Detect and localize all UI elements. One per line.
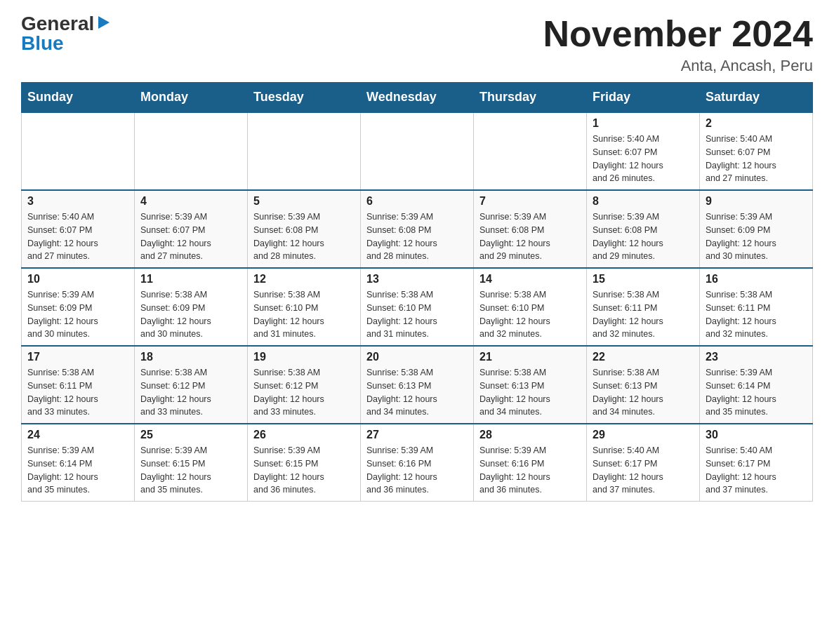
day-info: Sunrise: 5:38 AM Sunset: 6:13 PM Dayligh… [366, 366, 468, 419]
calendar-cell: 1Sunrise: 5:40 AM Sunset: 6:07 PM Daylig… [587, 112, 700, 190]
day-number: 13 [366, 273, 468, 286]
day-info: Sunrise: 5:39 AM Sunset: 6:08 PM Dayligh… [253, 210, 355, 263]
day-info: Sunrise: 5:39 AM Sunset: 6:08 PM Dayligh… [366, 210, 468, 263]
day-info: Sunrise: 5:39 AM Sunset: 6:15 PM Dayligh… [140, 444, 241, 497]
calendar-cell: 22Sunrise: 5:38 AM Sunset: 6:13 PM Dayli… [587, 346, 700, 424]
calendar-cell [361, 112, 474, 190]
day-number: 6 [366, 195, 468, 208]
calendar-cell: 2Sunrise: 5:40 AM Sunset: 6:07 PM Daylig… [700, 112, 813, 190]
day-number: 20 [366, 351, 468, 363]
day-info: Sunrise: 5:39 AM Sunset: 6:15 PM Dayligh… [253, 444, 355, 497]
week-row-3: 10Sunrise: 5:39 AM Sunset: 6:09 PM Dayli… [22, 268, 813, 346]
header: General Blue November 2024 Anta, Ancash,… [21, 14, 813, 75]
logo-general-text: General [21, 14, 94, 34]
day-number: 1 [593, 117, 694, 130]
calendar-cell: 10Sunrise: 5:39 AM Sunset: 6:09 PM Dayli… [22, 268, 135, 346]
day-header-saturday: Saturday [700, 83, 813, 113]
day-number: 25 [140, 429, 241, 441]
logo-blue-text: Blue [21, 32, 64, 54]
day-info: Sunrise: 5:39 AM Sunset: 6:14 PM Dayligh… [706, 366, 807, 419]
day-info: Sunrise: 5:39 AM Sunset: 6:16 PM Dayligh… [366, 444, 468, 497]
calendar-cell: 29Sunrise: 5:40 AM Sunset: 6:17 PM Dayli… [587, 424, 700, 502]
day-number: 8 [593, 195, 694, 208]
calendar-cell: 5Sunrise: 5:39 AM Sunset: 6:08 PM Daylig… [248, 190, 361, 268]
logo-triangle-icon [95, 15, 111, 30]
calendar-cell [474, 112, 587, 190]
calendar-title: November 2024 [543, 14, 813, 54]
day-number: 24 [27, 429, 128, 441]
calendar-cell: 3Sunrise: 5:40 AM Sunset: 6:07 PM Daylig… [22, 190, 135, 268]
calendar-cell: 28Sunrise: 5:39 AM Sunset: 6:16 PM Dayli… [474, 424, 587, 502]
day-info: Sunrise: 5:38 AM Sunset: 6:11 PM Dayligh… [27, 366, 128, 419]
calendar-cell: 15Sunrise: 5:38 AM Sunset: 6:11 PM Dayli… [587, 268, 700, 346]
day-info: Sunrise: 5:38 AM Sunset: 6:11 PM Dayligh… [706, 288, 807, 341]
day-info: Sunrise: 5:38 AM Sunset: 6:10 PM Dayligh… [253, 288, 355, 341]
logo: General Blue [21, 14, 111, 53]
day-info: Sunrise: 5:40 AM Sunset: 6:07 PM Dayligh… [27, 210, 128, 263]
calendar-cell: 24Sunrise: 5:39 AM Sunset: 6:14 PM Dayli… [22, 424, 135, 502]
calendar-subtitle: Anta, Ancash, Peru [543, 57, 813, 75]
day-number: 3 [27, 195, 128, 208]
day-info: Sunrise: 5:39 AM Sunset: 6:07 PM Dayligh… [140, 210, 241, 263]
day-info: Sunrise: 5:40 AM Sunset: 6:17 PM Dayligh… [706, 444, 807, 497]
calendar-table: SundayMondayTuesdayWednesdayThursdayFrid… [21, 82, 813, 502]
day-number: 15 [593, 273, 694, 286]
calendar-cell: 14Sunrise: 5:38 AM Sunset: 6:10 PM Dayli… [474, 268, 587, 346]
calendar-cell: 25Sunrise: 5:39 AM Sunset: 6:15 PM Dayli… [135, 424, 248, 502]
day-number: 11 [140, 273, 241, 286]
calendar-cell: 23Sunrise: 5:39 AM Sunset: 6:14 PM Dayli… [700, 346, 813, 424]
day-number: 2 [706, 117, 807, 130]
day-info: Sunrise: 5:38 AM Sunset: 6:13 PM Dayligh… [479, 366, 581, 419]
svg-marker-0 [98, 16, 110, 29]
calendar-cell: 7Sunrise: 5:39 AM Sunset: 6:08 PM Daylig… [474, 190, 587, 268]
calendar-cell [135, 112, 248, 190]
day-number: 5 [253, 195, 355, 208]
calendar-cell: 19Sunrise: 5:38 AM Sunset: 6:12 PM Dayli… [248, 346, 361, 424]
day-info: Sunrise: 5:40 AM Sunset: 6:07 PM Dayligh… [593, 133, 694, 185]
day-info: Sunrise: 5:38 AM Sunset: 6:12 PM Dayligh… [140, 366, 241, 419]
day-number: 4 [140, 195, 241, 208]
day-number: 10 [27, 273, 128, 286]
day-number: 22 [593, 351, 694, 363]
day-number: 26 [253, 429, 355, 441]
calendar-cell: 16Sunrise: 5:38 AM Sunset: 6:11 PM Dayli… [700, 268, 813, 346]
day-info: Sunrise: 5:38 AM Sunset: 6:10 PM Dayligh… [366, 288, 468, 341]
day-number: 27 [366, 429, 468, 441]
day-info: Sunrise: 5:39 AM Sunset: 6:09 PM Dayligh… [27, 288, 128, 341]
calendar-cell: 4Sunrise: 5:39 AM Sunset: 6:07 PM Daylig… [135, 190, 248, 268]
calendar-cell: 13Sunrise: 5:38 AM Sunset: 6:10 PM Dayli… [361, 268, 474, 346]
day-header-wednesday: Wednesday [361, 83, 474, 113]
day-info: Sunrise: 5:39 AM Sunset: 6:09 PM Dayligh… [706, 210, 807, 263]
day-number: 14 [479, 273, 581, 286]
calendar-cell: 12Sunrise: 5:38 AM Sunset: 6:10 PM Dayli… [248, 268, 361, 346]
calendar-cell: 17Sunrise: 5:38 AM Sunset: 6:11 PM Dayli… [22, 346, 135, 424]
week-row-4: 17Sunrise: 5:38 AM Sunset: 6:11 PM Dayli… [22, 346, 813, 424]
calendar-cell: 9Sunrise: 5:39 AM Sunset: 6:09 PM Daylig… [700, 190, 813, 268]
day-number: 21 [479, 351, 581, 363]
calendar-cell: 11Sunrise: 5:38 AM Sunset: 6:09 PM Dayli… [135, 268, 248, 346]
day-header-friday: Friday [587, 83, 700, 113]
day-info: Sunrise: 5:40 AM Sunset: 6:07 PM Dayligh… [706, 133, 807, 185]
day-number: 30 [706, 429, 807, 441]
day-number: 17 [27, 351, 128, 363]
week-row-5: 24Sunrise: 5:39 AM Sunset: 6:14 PM Dayli… [22, 424, 813, 502]
day-number: 28 [479, 429, 581, 441]
day-info: Sunrise: 5:39 AM Sunset: 6:08 PM Dayligh… [479, 210, 581, 263]
calendar-cell: 21Sunrise: 5:38 AM Sunset: 6:13 PM Dayli… [474, 346, 587, 424]
day-number: 9 [706, 195, 807, 208]
calendar-cell: 18Sunrise: 5:38 AM Sunset: 6:12 PM Dayli… [135, 346, 248, 424]
week-row-2: 3Sunrise: 5:40 AM Sunset: 6:07 PM Daylig… [22, 190, 813, 268]
day-number: 12 [253, 273, 355, 286]
day-number: 29 [593, 429, 694, 441]
calendar-cell: 27Sunrise: 5:39 AM Sunset: 6:16 PM Dayli… [361, 424, 474, 502]
calendar-cell: 30Sunrise: 5:40 AM Sunset: 6:17 PM Dayli… [700, 424, 813, 502]
calendar-cell: 6Sunrise: 5:39 AM Sunset: 6:08 PM Daylig… [361, 190, 474, 268]
calendar-cell [22, 112, 135, 190]
week-row-1: 1Sunrise: 5:40 AM Sunset: 6:07 PM Daylig… [22, 112, 813, 190]
day-info: Sunrise: 5:38 AM Sunset: 6:09 PM Dayligh… [140, 288, 241, 341]
day-number: 19 [253, 351, 355, 363]
day-info: Sunrise: 5:40 AM Sunset: 6:17 PM Dayligh… [593, 444, 694, 497]
day-number: 16 [706, 273, 807, 286]
day-number: 23 [706, 351, 807, 363]
day-info: Sunrise: 5:39 AM Sunset: 6:08 PM Dayligh… [593, 210, 694, 263]
